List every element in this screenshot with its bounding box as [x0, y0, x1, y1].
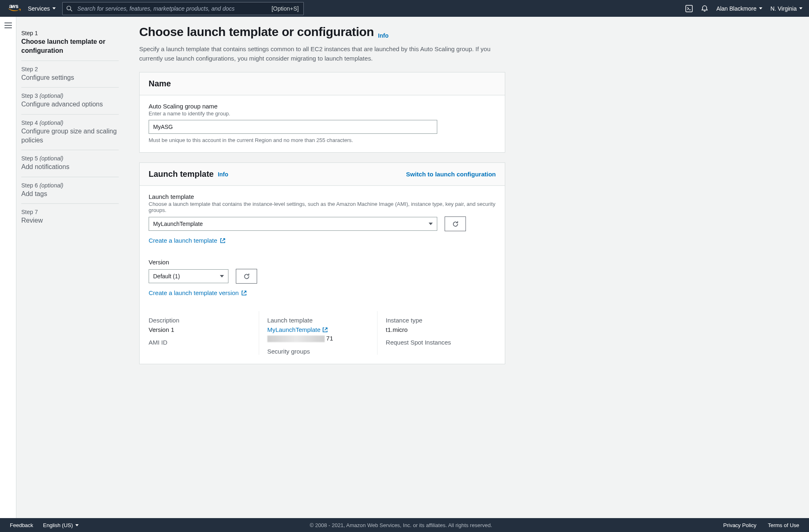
aws-logo[interactable]	[7, 4, 21, 13]
detail-value-lt: MyLaunchTemplate 71	[267, 326, 369, 342]
lt-select-hint: Choose a launch template that contains t…	[149, 201, 496, 213]
user-name: Alan Blackmore	[716, 5, 757, 12]
step-number: Step 4	[21, 119, 38, 126]
terms-link[interactable]: Terms of Use	[768, 522, 799, 528]
create-lt-version-link[interactable]: Create a launch template version	[149, 289, 247, 296]
feedback-link[interactable]: Feedback	[10, 522, 33, 528]
bell-icon[interactable]	[701, 5, 708, 12]
caret-down-icon	[52, 7, 56, 9]
caret-down-icon	[220, 275, 224, 277]
hamburger-icon[interactable]	[5, 23, 12, 28]
step-title: Add tags	[21, 189, 119, 198]
top-navbar: Services [Option+S] Alan Blackmore N. Vi…	[0, 0, 809, 17]
step-number: Step 5	[21, 155, 38, 162]
caret-down-icon	[429, 223, 433, 225]
external-link-icon	[322, 327, 328, 333]
detail-value-description: Version 1	[149, 326, 251, 333]
page-description: Specify a launch template that contains …	[139, 45, 499, 63]
wizard-step-7[interactable]: Step 7 Review	[21, 204, 119, 230]
external-link-icon	[241, 290, 247, 296]
step-title: Review	[21, 216, 119, 225]
launch-template-panel: Launch template Info Switch to launch co…	[139, 162, 505, 364]
aws-logo-icon	[7, 4, 21, 13]
detail-label-itype: Instance type	[386, 317, 488, 324]
launch-template-select[interactable]: MyLaunchTemplate	[149, 217, 437, 231]
services-label: Services	[28, 5, 50, 12]
detail-label-description: Description	[149, 317, 251, 324]
detail-label-sg: Security groups	[267, 348, 369, 355]
asg-name-caption: Must be unique to this account in the cu…	[149, 137, 496, 143]
step-title: Configure group size and scaling policie…	[21, 127, 119, 145]
privacy-link[interactable]: Privacy Policy	[723, 522, 757, 528]
info-link[interactable]: Info	[378, 32, 389, 39]
region-name: N. Virginia	[771, 5, 797, 12]
create-launch-template-link[interactable]: Create a launch template	[149, 237, 226, 244]
detail-label-spot: Request Spot Instances	[386, 339, 488, 346]
asg-name-hint: Enter a name to identify the group.	[149, 110, 496, 117]
panel-header: Name	[140, 72, 505, 95]
lt-name-link[interactable]: MyLaunchTemplate	[267, 326, 328, 333]
page-header: Choose launch template or configuration …	[139, 25, 793, 39]
panel-header: Launch template Info Switch to launch co…	[140, 163, 505, 186]
language-selector[interactable]: English (US)	[43, 522, 79, 528]
name-panel: Name Auto Scaling group name Enter a nam…	[139, 72, 505, 153]
svg-line-1	[70, 9, 72, 11]
wizard-step-2[interactable]: Step 2 Configure settings	[21, 61, 119, 88]
wizard-step-5[interactable]: Step 5 (optional) Add notifications	[21, 150, 119, 177]
refresh-icon	[452, 221, 459, 228]
global-search: [Option+S]	[62, 2, 304, 15]
main-content: Choose launch template or configuration …	[127, 17, 809, 518]
cloudshell-icon[interactable]	[685, 5, 693, 12]
step-number: Step 6	[21, 182, 38, 189]
services-menu[interactable]: Services	[28, 5, 56, 12]
step-title: Choose launch template or configuration	[21, 37, 119, 56]
switch-to-launch-config-link[interactable]: Switch to launch configuration	[406, 171, 496, 178]
caret-down-icon	[75, 524, 79, 526]
wizard-step-1[interactable]: Step 1 Choose launch template or configu…	[21, 25, 119, 61]
region-menu[interactable]: N. Virginia	[771, 5, 802, 12]
version-label: Version	[149, 259, 496, 266]
step-title: Add notifications	[21, 162, 119, 171]
asg-name-label: Auto Scaling group name	[149, 103, 496, 110]
page-title: Choose launch template or configuration	[139, 25, 374, 39]
lt-select-label: Launch template	[149, 193, 496, 200]
info-link[interactable]: Info	[218, 171, 228, 178]
refresh-version-button[interactable]	[236, 269, 257, 284]
step-number: Step 7	[21, 209, 38, 215]
account-menu[interactable]: Alan Blackmore	[716, 5, 762, 12]
topnav-right: Alan Blackmore N. Virginia	[685, 5, 802, 12]
step-number: Step 1	[21, 30, 38, 36]
search-input[interactable]	[62, 2, 304, 15]
lt-selected-value: MyLaunchTemplate	[153, 221, 203, 227]
wizard-steps: Step 1 Choose launch template or configu…	[16, 17, 127, 518]
step-number: Step 3	[21, 92, 38, 99]
caret-down-icon	[759, 7, 762, 9]
detail-label-ami: AMI ID	[149, 339, 251, 346]
wizard-step-6[interactable]: Step 6 (optional) Add tags	[21, 177, 119, 204]
panel-title: Launch template	[149, 169, 214, 179]
wizard-step-4[interactable]: Step 4 (optional) Configure group size a…	[21, 115, 119, 151]
caret-down-icon	[799, 7, 802, 9]
refresh-lt-button[interactable]	[445, 216, 466, 231]
copyright-text: © 2008 - 2021, Amazon Web Services, Inc.…	[79, 522, 723, 528]
lt-details: Description Version 1 AMI ID Launch temp…	[149, 311, 496, 355]
detail-label-lt: Launch template	[267, 317, 369, 324]
search-icon	[66, 5, 72, 11]
lt-id-suffix: 71	[326, 335, 333, 342]
redacted-lt-id	[267, 336, 325, 342]
wizard-step-3[interactable]: Step 3 (optional) Configure advanced opt…	[21, 88, 119, 114]
footer: Feedback English (US) © 2008 - 2021, Ama…	[0, 518, 809, 532]
step-number: Step 2	[21, 66, 38, 72]
version-selected-value: Default (1)	[153, 273, 180, 280]
step-title: Configure settings	[21, 73, 119, 82]
search-kbd-hint: [Option+S]	[271, 5, 299, 12]
step-title: Configure advanced options	[21, 100, 119, 109]
refresh-icon	[243, 273, 250, 280]
detail-value-itype: t1.micro	[386, 326, 488, 333]
external-link-icon	[220, 238, 226, 243]
left-gutter	[0, 17, 16, 518]
panel-title: Name	[149, 79, 171, 88]
version-select[interactable]: Default (1)	[149, 269, 228, 283]
asg-name-input[interactable]	[149, 120, 437, 134]
page-body: Step 1 Choose launch template or configu…	[0, 17, 809, 518]
